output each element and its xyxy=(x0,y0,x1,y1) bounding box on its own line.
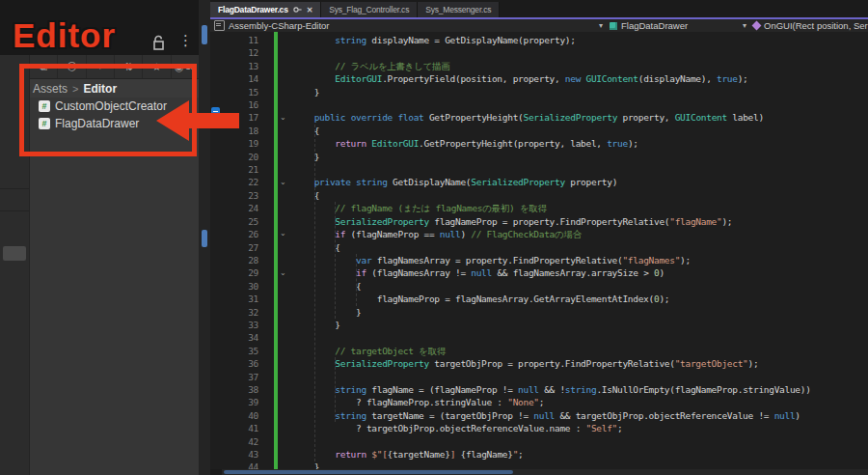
line-number: 43 xyxy=(210,448,258,461)
line-number: 21 xyxy=(210,163,258,176)
code-line: return $"[{targetName}] {flagName}"; xyxy=(293,448,811,461)
line-number: 23 xyxy=(210,189,258,202)
line-number: 11 xyxy=(210,34,258,46)
horizontal-scrollbar[interactable] xyxy=(210,469,868,475)
assembly-icon xyxy=(214,20,225,31)
code-line: SerializedProperty flagNameProp = proper… xyxy=(293,215,811,228)
chevron-down-icon[interactable]: ▾ xyxy=(743,19,746,32)
code-line: string displayName = GetDisplayName(prop… xyxy=(293,34,811,46)
code-line: } xyxy=(293,306,811,319)
line-number: 44 xyxy=(210,461,258,469)
code-line: public override float GetPropertyHeight(… xyxy=(293,111,811,124)
tab-sys-messenger[interactable]: Sys_Messenger.cs xyxy=(418,2,500,17)
code-navigation-bar: Assembly-CSharp-Editor ▾ FlagDataDrawer … xyxy=(210,19,868,32)
unlock-icon[interactable] xyxy=(151,35,166,51)
kebab-menu-icon[interactable]: ⋮ xyxy=(178,32,193,49)
fold-chevron-icon[interactable]: ⌄ xyxy=(280,230,286,238)
scrollbar-thumb[interactable] xyxy=(202,230,207,247)
line-number: 32 xyxy=(210,306,258,319)
line-number: 39 xyxy=(210,396,258,408)
line-number: 22 xyxy=(210,176,258,188)
left-column-item[interactable] xyxy=(3,246,26,261)
member-name: OnGUI(Rect position, Serialize xyxy=(764,20,868,31)
divider xyxy=(0,210,29,211)
line-number: 36 xyxy=(210,357,258,370)
code-line: return EditorGUI.GetPropertyHeight(prope… xyxy=(293,137,811,150)
line-number-gutter: 1112131415161718192021222324252627282930… xyxy=(210,34,258,469)
tab-label: FlagDataDrawer.cs xyxy=(218,5,288,14)
code-line: flagNameProp = flagNamesArray.GetArrayEl… xyxy=(293,293,811,305)
code-line: private string GetDisplayName(Serialized… xyxy=(293,176,811,188)
line-number: 13 xyxy=(210,60,258,72)
line-number: 28 xyxy=(210,254,258,266)
line-number: 34 xyxy=(210,331,258,344)
type-name: FlagDataDrawer xyxy=(621,20,688,31)
scrollbar-thumb[interactable] xyxy=(202,25,207,44)
line-number: 33 xyxy=(210,319,258,331)
code-line: // flagName (または flagNamesの最初) を取得 xyxy=(293,202,811,214)
annotation-editor-label: Editor xyxy=(13,16,116,55)
code-line xyxy=(293,331,811,344)
line-number: 38 xyxy=(210,383,258,396)
fold-chevron-icon[interactable]: ⌄ xyxy=(280,114,286,122)
annotation-arrow-icon xyxy=(156,100,189,141)
divider xyxy=(0,188,29,189)
line-number: 24 xyxy=(210,202,258,214)
line-number: 14 xyxy=(210,72,258,85)
code-line: if (flagNameProp == null) // FlagCheckDa… xyxy=(293,228,811,240)
code-line xyxy=(293,435,811,448)
code-line: } xyxy=(293,319,811,331)
scrollbar-corner xyxy=(210,469,222,475)
class-icon xyxy=(610,22,617,30)
code-line: { xyxy=(293,189,811,202)
line-number: 19 xyxy=(210,137,258,150)
line-number: 27 xyxy=(210,241,258,254)
member-dropdown[interactable]: OnGUI(Rect position, Serialize xyxy=(753,19,868,32)
code-line: EditorGUI.PropertyField(position, proper… xyxy=(293,72,811,85)
scrollbar-thumb[interactable] xyxy=(224,470,513,474)
line-number: 30 xyxy=(210,280,258,293)
project-dropdown[interactable]: Assembly-CSharp-Editor xyxy=(214,19,330,32)
chevron-down-icon[interactable]: ▾ xyxy=(599,19,603,32)
code-line xyxy=(293,46,811,59)
code-line: string flagName = (flagNameProp != null … xyxy=(293,383,811,396)
change-tracking-bar xyxy=(274,32,278,469)
code-line xyxy=(293,163,811,176)
pin-icon[interactable] xyxy=(293,6,302,14)
code-line: ? targetObjProp.objectReferenceValue.nam… xyxy=(293,422,811,434)
tab-flagdatadrawer[interactable]: FlagDataDrawer.cs ✕ xyxy=(210,2,321,17)
code-line: } xyxy=(293,461,811,469)
method-icon xyxy=(752,21,762,31)
code-line: string targetName = (targetObjProp != nu… xyxy=(293,409,811,422)
code-line: // ラベルを上書きして描画 xyxy=(293,60,811,72)
code-line: var flagNamesArray = property.FindProper… xyxy=(293,254,811,266)
code-editor[interactable]: 1112131415161718192021222324252627282930… xyxy=(210,32,868,469)
line-number: 31 xyxy=(210,293,258,305)
tab-sys-flag-controller[interactable]: Sys_Flag_Controller.cs xyxy=(321,2,418,17)
line-number: 40 xyxy=(210,409,258,422)
line-number: 41 xyxy=(210,422,258,434)
code-line: if (flagNamesArray != null && flagNamesA… xyxy=(293,266,811,279)
type-dropdown[interactable]: FlagDataDrawer xyxy=(610,19,688,32)
tab-label: Sys_Messenger.cs xyxy=(425,5,491,14)
project-name: Assembly-CSharp-Editor xyxy=(229,20,330,31)
code-line: // targetObject を取得 xyxy=(293,345,811,357)
line-number: 42 xyxy=(210,435,258,448)
annotation-arrow-tail xyxy=(188,113,239,128)
code-text: string displayName = GetDisplayName(prop… xyxy=(293,34,811,469)
line-number: 35 xyxy=(210,345,258,357)
code-line: SerializedProperty targetObjProp = prope… xyxy=(293,357,811,370)
line-number: 29 xyxy=(210,266,258,279)
line-number: 25 xyxy=(210,215,258,228)
code-line: } xyxy=(293,86,811,98)
close-icon[interactable]: ✕ xyxy=(307,6,313,14)
code-line: { xyxy=(293,280,811,293)
visual-studio-editor: FlagDataDrawer.cs ✕ Sys_Flag_Controller.… xyxy=(210,0,868,475)
fold-chevron-icon[interactable]: ⌄ xyxy=(280,269,286,277)
line-number: 15 xyxy=(210,86,258,98)
line-number: 20 xyxy=(210,151,258,163)
code-line xyxy=(293,98,811,111)
code-line: { xyxy=(293,241,811,254)
fold-chevron-icon[interactable]: ⌄ xyxy=(280,179,286,186)
line-number: 12 xyxy=(210,46,258,59)
